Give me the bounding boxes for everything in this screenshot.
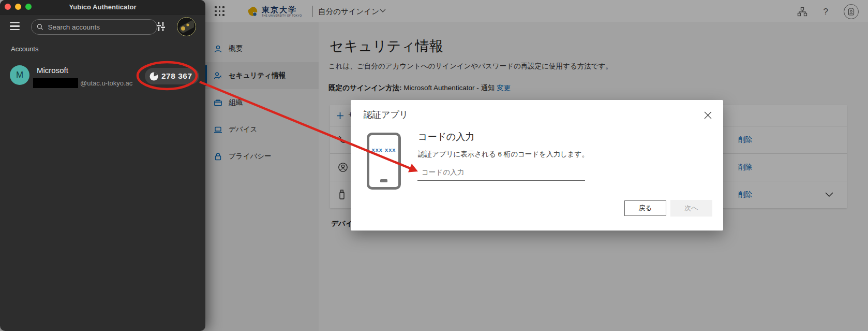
phone-home-button bbox=[380, 179, 387, 182]
phone-illustration: xxx xxx bbox=[367, 133, 401, 190]
search-icon bbox=[37, 23, 43, 31]
enter-code-description: 認証アプリに表示される 6 桁のコードを入力します。 bbox=[418, 150, 589, 159]
redacted-username-box bbox=[33, 78, 78, 88]
account-initial: M bbox=[16, 70, 23, 80]
next-button-disabled[interactable]: 次へ bbox=[670, 200, 712, 217]
account-issuer: Microsoft bbox=[37, 66, 68, 75]
accounts-section-label: Accounts bbox=[11, 45, 38, 53]
back-button[interactable]: 戻る bbox=[624, 200, 666, 216]
close-icon[interactable] bbox=[702, 110, 713, 120]
dialog-title: 認証アプリ bbox=[364, 109, 408, 121]
enter-code-heading: コードの入力 bbox=[418, 131, 474, 143]
filter-tune-icon[interactable] bbox=[155, 21, 167, 32]
account-avatar: M bbox=[10, 65, 29, 85]
account-list-item[interactable]: M Microsoft @utac.u-tokyo.ac 278 367 bbox=[0, 61, 205, 91]
code-input[interactable] bbox=[417, 165, 585, 181]
totp-code-chip[interactable]: 278 367 bbox=[145, 68, 199, 84]
window-title: Yubico Authenticator bbox=[0, 3, 205, 11]
timer-pie-icon bbox=[149, 72, 158, 81]
menu-hamburger-icon[interactable] bbox=[10, 22, 20, 32]
totp-code: 278 367 bbox=[161, 71, 192, 81]
search-input[interactable] bbox=[47, 23, 152, 32]
yubico-titlebar: Yubico Authenticator bbox=[0, 0, 205, 15]
phone-code-placeholder: xxx xxx bbox=[369, 147, 398, 153]
search-accounts-field[interactable] bbox=[31, 19, 157, 35]
authenticator-app-dialog: 認証アプリ xxx xxx コードの入力 認証アプリに表示される 6 桁のコード… bbox=[351, 100, 723, 231]
yubico-authenticator-window: Yubico Authenticator Accounts M Microsof… bbox=[0, 0, 205, 331]
yubikey-avatar[interactable] bbox=[177, 17, 196, 36]
